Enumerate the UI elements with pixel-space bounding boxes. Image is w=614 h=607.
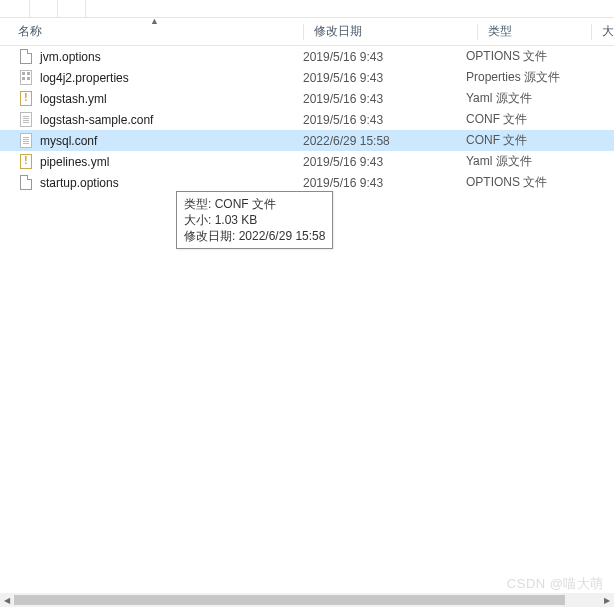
tooltip-type: 类型: CONF 文件 <box>184 196 325 212</box>
file-name-cell: jvm.options <box>18 49 303 65</box>
file-icon <box>18 154 34 170</box>
file-type: CONF 文件 <box>466 132 614 149</box>
file-icon <box>18 91 34 107</box>
tooltip-size: 大小: 1.03 KB <box>184 212 325 228</box>
file-name-cell: log4j2.properties <box>18 70 303 86</box>
file-name: jvm.options <box>40 50 101 64</box>
column-header-type-label: 类型 <box>488 24 512 38</box>
column-divider[interactable] <box>303 24 304 40</box>
scrollbar-horizontal[interactable]: ◀ ▶ <box>0 593 614 607</box>
file-row[interactable]: logstash.yml2019/5/16 9:43Yaml 源文件 <box>0 88 614 109</box>
scroll-left-icon[interactable]: ◀ <box>0 593 14 607</box>
file-name: startup.options <box>40 176 119 190</box>
file-type: Yaml 源文件 <box>466 90 614 107</box>
file-row[interactable]: startup.options2019/5/16 9:43OPTIONS 文件 <box>0 172 614 193</box>
column-header-name[interactable]: 名称 <box>18 23 303 40</box>
file-row[interactable]: jvm.options2019/5/16 9:43OPTIONS 文件 <box>0 46 614 67</box>
file-type: Properties 源文件 <box>466 69 614 86</box>
scrollbar-track[interactable] <box>14 593 600 607</box>
file-name: pipelines.yml <box>40 155 109 169</box>
file-row[interactable]: logstash-sample.conf2019/5/16 9:43CONF 文… <box>0 109 614 130</box>
sort-asc-icon: ▲ <box>150 16 159 26</box>
toolbar-seg[interactable] <box>58 0 86 17</box>
file-icon <box>18 175 34 191</box>
file-type: OPTIONS 文件 <box>466 48 614 65</box>
scroll-right-icon[interactable]: ▶ <box>600 593 614 607</box>
column-header-date[interactable]: 修改日期 <box>314 23 477 40</box>
toolbar-address[interactable] <box>86 0 614 17</box>
file-name-cell: pipelines.yml <box>18 154 303 170</box>
file-row[interactable]: pipelines.yml2019/5/16 9:43Yaml 源文件 <box>0 151 614 172</box>
watermark: CSDN @喵大萌 <box>507 575 604 593</box>
file-row[interactable]: mysql.conf2022/6/29 15:58CONF 文件 <box>0 130 614 151</box>
toolbar-stub <box>0 0 614 18</box>
file-icon <box>18 133 34 149</box>
file-tooltip: 类型: CONF 文件 大小: 1.03 KB 修改日期: 2022/6/29 … <box>176 191 333 249</box>
column-header-name-label: 名称 <box>18 23 42 40</box>
file-type: Yaml 源文件 <box>466 153 614 170</box>
column-header-extra[interactable]: 大 <box>602 23 614 40</box>
column-divider[interactable] <box>477 24 478 40</box>
file-date: 2019/5/16 9:43 <box>303 155 466 169</box>
file-date: 2019/5/16 9:43 <box>303 176 466 190</box>
toolbar-seg[interactable] <box>0 0 30 17</box>
column-header-type[interactable]: 类型 <box>488 23 591 40</box>
file-date: 2019/5/16 9:43 <box>303 113 466 127</box>
file-date: 2019/5/16 9:43 <box>303 92 466 106</box>
file-type: OPTIONS 文件 <box>466 174 614 191</box>
file-date: 2019/5/16 9:43 <box>303 71 466 85</box>
column-divider[interactable] <box>591 24 592 40</box>
file-name-cell: mysql.conf <box>18 133 303 149</box>
file-list: jvm.options2019/5/16 9:43OPTIONS 文件log4j… <box>0 46 614 193</box>
file-icon <box>18 49 34 65</box>
column-header-row: ▲ 名称 修改日期 类型 大 <box>0 18 614 46</box>
file-name: log4j2.properties <box>40 71 129 85</box>
file-name-cell: logstash.yml <box>18 91 303 107</box>
scrollbar-thumb[interactable] <box>14 595 565 605</box>
file-row[interactable]: log4j2.properties2019/5/16 9:43Propertie… <box>0 67 614 88</box>
file-name: logstash.yml <box>40 92 107 106</box>
column-header-date-label: 修改日期 <box>314 24 362 38</box>
file-name: mysql.conf <box>40 134 97 148</box>
toolbar-seg[interactable] <box>30 0 58 17</box>
file-type: CONF 文件 <box>466 111 614 128</box>
file-date: 2022/6/29 15:58 <box>303 134 466 148</box>
file-icon <box>18 70 34 86</box>
file-name-cell: startup.options <box>18 175 303 191</box>
file-date: 2019/5/16 9:43 <box>303 50 466 64</box>
file-name: logstash-sample.conf <box>40 113 153 127</box>
tooltip-date: 修改日期: 2022/6/29 15:58 <box>184 228 325 244</box>
column-header-extra-label: 大 <box>602 24 614 38</box>
file-name-cell: logstash-sample.conf <box>18 112 303 128</box>
file-icon <box>18 112 34 128</box>
